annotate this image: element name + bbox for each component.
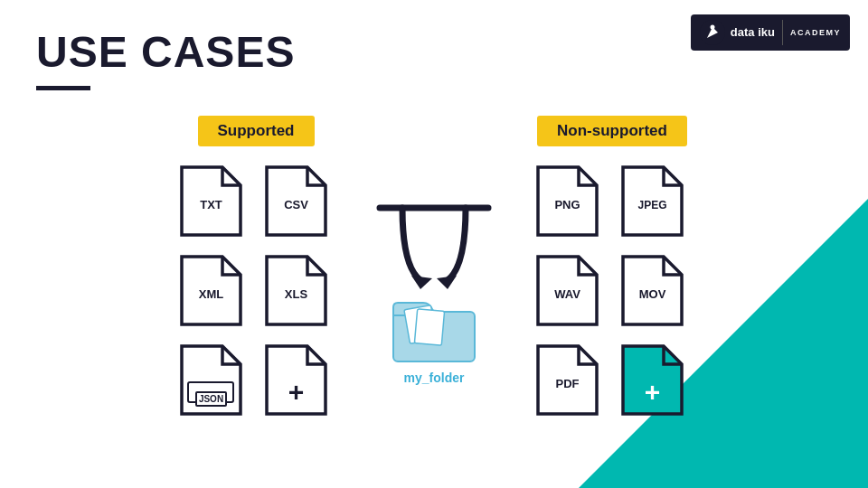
svg-marker-4 (411, 276, 432, 289)
academy-label: ACADEMY (790, 28, 841, 37)
png-label: PNG (554, 198, 580, 211)
txt-label: TXT (200, 198, 222, 211)
folder-icon (389, 294, 479, 366)
file-icon-jpeg: JPEG (618, 163, 686, 239)
title-underline (36, 86, 90, 90)
file-icon-plus-supported: + (262, 342, 330, 418)
logo-area: data iku ACADEMY (691, 14, 850, 51)
svg-rect-8 (414, 309, 444, 345)
svg-point-1 (710, 25, 714, 30)
page-title: USE CASES (36, 27, 295, 77)
file-icon-mov: MOV (618, 252, 686, 329)
file-icon-txt: TXT (177, 163, 245, 239)
file-icon-wav: WAV (533, 252, 601, 329)
wav-label: WAV (554, 287, 580, 301)
file-icon-xls: XLS (262, 252, 330, 329)
json-box-label: JSON (195, 391, 227, 407)
middle-section: my_folder (362, 149, 506, 385)
pdf-label: PDF (556, 377, 580, 390)
supported-label: Supported (198, 116, 315, 146)
logo-divider (782, 20, 783, 45)
supported-section: Supported TXT CSV (177, 116, 335, 418)
svg-marker-5 (437, 276, 457, 289)
file-icon-json: JSON (177, 342, 245, 418)
nonsupported-file-grid: PNG JPEG WAV (533, 163, 691, 418)
plus-nonsupported-label: + (645, 377, 661, 408)
supported-file-grid: TXT CSV XML (177, 163, 335, 418)
file-icon-csv: CSV (262, 163, 330, 239)
folder-name: my_folder (404, 371, 465, 385)
mov-label: MOV (639, 287, 666, 301)
main-content: Supported TXT CSV (0, 99, 868, 488)
nonsupported-label: Non-supported (537, 116, 687, 146)
arrows-svg (362, 185, 506, 303)
xls-label: XLS (285, 287, 307, 301)
csv-label: CSV (284, 198, 308, 211)
brand-name: data iku (731, 25, 775, 40)
file-icon-png: PNG (533, 163, 601, 239)
jpeg-label: JPEG (637, 199, 666, 211)
plus-supported-label: + (288, 377, 305, 408)
nonsupported-section: Non-supported PNG JPEG (533, 116, 691, 418)
file-icon-plus-nonsupported: + (618, 342, 686, 418)
xml-label: XML (199, 287, 223, 301)
file-icon-xml: XML (177, 252, 245, 329)
dataiku-logo-icon (700, 20, 725, 45)
file-icon-pdf: PDF (533, 342, 601, 418)
